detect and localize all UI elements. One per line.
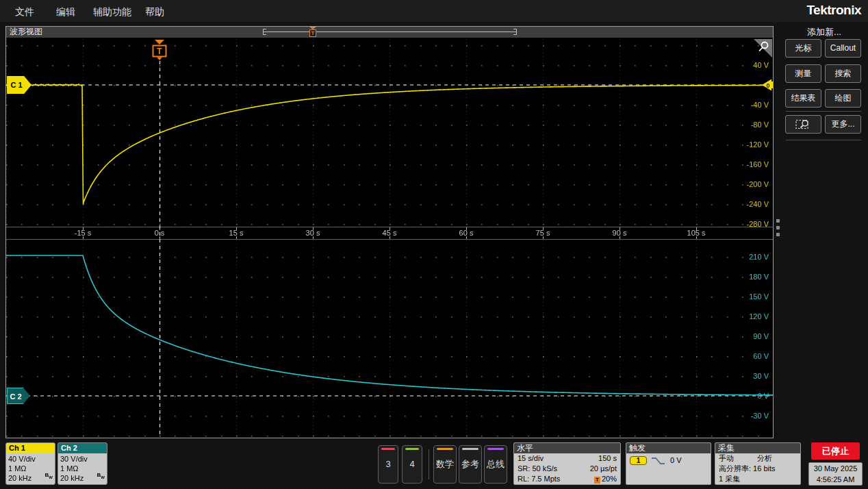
measure-button[interactable]: 测量 [785, 64, 821, 83]
horizontal-duration: 150 s [598, 453, 617, 464]
channel1-settings-badge[interactable]: Ch 1 40 V/div 1 MΩ 20 kHz BW [5, 442, 55, 485]
sidebar-add-new: 添加新... 光标 Callout 测量 搜索 结果表 绘图 更多... [784, 26, 864, 438]
trigger-position-icon: T [594, 477, 600, 484]
results-table-button[interactable]: 结果表 [785, 89, 821, 108]
point-time: 20 µs/pt [590, 464, 617, 474]
acquisition-analyze: 分析 [757, 453, 772, 464]
record-length: RL: 7.5 Mpts [518, 474, 560, 484]
zoom-mode-button[interactable] [785, 115, 821, 134]
minimap-trigger-marker[interactable]: T [309, 27, 317, 38]
ref-button[interactable]: 参考 [459, 445, 482, 484]
minimap-trigger-t-icon: T [309, 29, 316, 37]
time-text: 4:56:25 AM [809, 474, 862, 485]
waveform-view-title: 波形视图 [10, 27, 42, 37]
channel2-settings-badge[interactable]: Ch 2 30 V/div 1 MΩ 20 kHz BW [58, 442, 107, 485]
trigger-level: 0 V [670, 455, 682, 466]
plot-button[interactable]: 绘图 [825, 89, 861, 108]
horizontal-settings-panel[interactable]: 水平 15 s/div 150 s SR: 50 kS/s 20 µs/pt R… [513, 442, 621, 485]
menu-bar: 文件 编辑 辅助功能 帮助 Tektronix [0, 0, 868, 22]
menu-item-help[interactable]: 帮助 [145, 6, 164, 18]
menu-item-utility[interactable]: 辅助功能 [93, 6, 131, 18]
acquisition-resolution: 高分辨率: 16 bits [719, 464, 797, 474]
minimap-left-bracket [263, 29, 266, 35]
channel2-scale: 30 V/div [60, 454, 105, 464]
run-stop-button[interactable]: 已停止 [811, 442, 860, 460]
waveform-display[interactable] [6, 38, 773, 438]
date-text: 30 May 2025 [809, 463, 862, 474]
channel4-button[interactable]: 4 [402, 445, 422, 484]
panel-resize-handle[interactable] [776, 219, 780, 242]
trigger-panel-title: 触发 [626, 443, 711, 453]
sidebar-title: 添加新... [784, 26, 864, 38]
minimap-right-bracket [513, 29, 517, 35]
minimap-record-line [263, 32, 517, 32]
record-view-minimap[interactable]: T [263, 27, 517, 38]
bottom-bar: Ch 1 40 V/div 1 MΩ 20 kHz BW Ch 2 30 V/d… [0, 441, 868, 489]
channel1-scale: 40 V/div [8, 454, 53, 464]
sidebar-separator [786, 140, 861, 140]
cursors-button[interactable]: 光标 [785, 39, 821, 58]
more-button[interactable]: 更多... [825, 115, 861, 134]
bus-button[interactable]: 总线 [484, 445, 507, 484]
sample-rate: SR: 50 kS/s [518, 464, 557, 474]
acquisition-mode: 手动 [719, 453, 734, 464]
tektronix-logo: Tektronix [806, 3, 861, 18]
waveform-view-titlebar: 波形视图 T [6, 27, 773, 38]
horizontal-scale: 15 s/div [518, 453, 544, 464]
acquisition-panel-title: 采集 [715, 443, 800, 453]
channel3-button[interactable]: 3 [378, 445, 398, 484]
trigger-position: T20% [594, 474, 617, 484]
sidebar-separator [786, 111, 861, 112]
horizontal-panel-title: 水平 [514, 443, 620, 453]
math-button[interactable]: 数学 [433, 445, 457, 484]
bandwidth-limit-icon: BW [45, 471, 53, 482]
channel2-label: Ch 2 [58, 443, 107, 453]
search-button[interactable]: 搜索 [825, 64, 861, 83]
waveform-view-panel: 波形视图 T C 1 C 2 [5, 26, 774, 438]
acquisition-settings-panel[interactable]: 采集 手动 分析 高分辨率: 16 bits 1 采集 [715, 442, 801, 485]
falling-edge-icon [651, 456, 666, 466]
trigger-source-badge: 1 [630, 456, 647, 465]
zoom-search-icon [795, 118, 813, 130]
channel1-label: Ch 1 [6, 443, 55, 453]
menu-item-edit[interactable]: 编辑 [56, 6, 75, 18]
datetime-display[interactable]: 30 May 2025 4:56:25 AM [808, 462, 863, 486]
callout-button[interactable]: Callout [825, 39, 861, 58]
button-group-divider [429, 449, 429, 479]
trigger-settings-panel[interactable]: 触发 1 0 V [626, 442, 711, 485]
acquisition-count: 1 采集 [719, 474, 797, 484]
menu-item-file[interactable]: 文件 [15, 6, 34, 18]
bandwidth-limit-icon: BW [97, 471, 105, 482]
